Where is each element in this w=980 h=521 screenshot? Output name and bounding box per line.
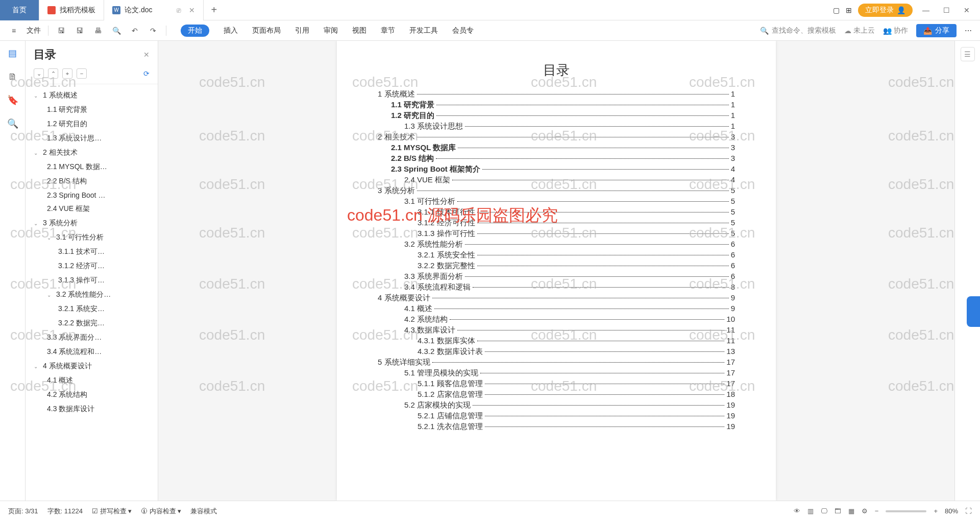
ribbon-tab-4[interactable]: 审阅 [324, 26, 338, 35]
toc-row[interactable]: 4 系统概要设计9 [378, 293, 735, 303]
window-close[interactable]: ✕ [960, 6, 974, 14]
command-search[interactable]: 🔍 查找命令、搜索模板 [760, 26, 836, 35]
tab-document[interactable]: W 论文.doc ⎚ ✕ [104, 0, 204, 20]
tree-item[interactable]: 1.2 研究目的 [26, 117, 158, 131]
right-rail-toggle[interactable]: ☰ [961, 47, 975, 61]
tab-templates[interactable]: 找稻壳模板 [39, 0, 104, 20]
file-menu[interactable]: 文件 [27, 26, 41, 35]
ribbon-tab-8[interactable]: 会员专 [452, 26, 474, 35]
zoom-in-button[interactable]: + [934, 507, 938, 515]
toc-row[interactable]: 4.3.1 数据库实体11 [378, 336, 735, 346]
toc-row[interactable]: 3.2.1 系统安全性6 [378, 250, 735, 260]
ribbon-tab-0[interactable]: 开始 [181, 25, 209, 37]
layout-mode-icon[interactable]: ▥ [807, 507, 814, 515]
zoom-slider[interactable] [886, 510, 926, 512]
web-layout-icon[interactable]: 🗔 [835, 507, 841, 515]
toc-row[interactable]: 2 相关技术3 [378, 132, 735, 142]
toc-row[interactable]: 3.1 可行性分析5 [378, 197, 735, 206]
page-indicator[interactable]: 页面: 3/31 [8, 507, 38, 516]
nav-tool-1[interactable]: ⌃ [48, 68, 58, 79]
tree-item[interactable]: 2.3 Spring Boot … [26, 188, 158, 202]
toc-row[interactable]: 5.1.1 顾客信息管理17 [378, 379, 735, 389]
tree-item[interactable]: 3.4 系统流程和… [26, 345, 158, 359]
more-icon[interactable]: ⋯ [965, 27, 972, 35]
nav-close-button[interactable]: ✕ [143, 51, 150, 59]
window-minimize[interactable]: — [919, 6, 933, 14]
ribbon-tab-3[interactable]: 引用 [295, 26, 309, 35]
toc-row[interactable]: 1 系统概述1 [378, 89, 735, 99]
cloud-status[interactable]: ☁ 未上云 [844, 26, 875, 35]
outline-icon[interactable]: ▤ [7, 47, 19, 59]
tree-item[interactable]: 2.4 VUE 框架 [26, 202, 158, 216]
toc-row[interactable]: 4.3.2 数据库设计表13 [378, 347, 735, 357]
zoom-level[interactable]: 80% [945, 507, 958, 515]
undo-icon[interactable]: ↶ [129, 25, 140, 36]
toc-row[interactable]: 1.1 研究背景1 [378, 100, 735, 110]
search-rail-icon[interactable]: 🔍 [7, 117, 19, 130]
ribbon-tab-2[interactable]: 页面布局 [252, 26, 281, 35]
toc-row[interactable]: 1.2 研究目的1 [378, 111, 735, 121]
toc-row[interactable]: 4.3.数据库设计11 [378, 325, 735, 335]
tree-item[interactable]: 4.2 系统结构 [26, 388, 158, 402]
tree-item[interactable]: 4.3 数据库设计 [26, 402, 158, 416]
settings-icon[interactable]: ⚙ [862, 507, 868, 515]
fit-icon[interactable]: ⛶ [965, 507, 972, 515]
ribbon-tab-7[interactable]: 开发工具 [409, 26, 438, 35]
toc-row[interactable]: 5.1.2 店家信息管理18 [378, 390, 735, 399]
tree-item[interactable]: ⌄1 系统概述 [26, 88, 158, 103]
toc-row[interactable]: 5.2 店家模块的实现19 [378, 400, 735, 410]
screencast-icon[interactable]: ⎚ [177, 6, 181, 14]
toc-row[interactable]: 3 系统分析5 [378, 186, 735, 196]
preview-icon[interactable]: 🔍 [111, 25, 122, 36]
feedback-tab[interactable] [967, 296, 980, 327]
toc-row[interactable]: 2.2 B/S 结构3 [378, 154, 735, 163]
share-button[interactable]: 📤 分享 [916, 24, 957, 37]
document-viewport[interactable]: 目录 1 系统概述11.1 研究背景11.2 研究目的11.3 系统设计思想12… [158, 41, 954, 501]
tree-item[interactable]: ⌄2 相关技术 [26, 146, 158, 160]
tree-item[interactable]: 2.2 B/S 结构 [26, 174, 158, 188]
toc-row[interactable]: 2.4 VUE 框架4 [378, 175, 735, 185]
outline-mode-icon[interactable]: ▦ [848, 507, 854, 515]
page-icon[interactable]: 🗎 [7, 70, 19, 83]
toc-row[interactable]: 4.1 概述9 [378, 304, 735, 314]
toc-row[interactable]: 5.1 管理员模块的实现17 [378, 368, 735, 378]
toc-row[interactable]: 3.2 系统性能分析6 [378, 240, 735, 249]
saveas-icon[interactable]: 🖫 [74, 25, 85, 36]
print-icon[interactable]: 🖶 [92, 25, 104, 36]
zoom-out-button[interactable]: − [875, 507, 879, 515]
toc-row[interactable]: 3.1.2 经济可行性5 [378, 218, 735, 228]
tree-item[interactable]: ⌄3.2 系统性能分… [26, 288, 158, 302]
read-mode-icon[interactable]: 👁 [794, 507, 800, 515]
ribbon-tab-5[interactable]: 视图 [352, 26, 366, 35]
tree-item[interactable]: 3.3 系统界面分… [26, 330, 158, 345]
ribbon-tab-1[interactable]: 插入 [224, 26, 238, 35]
toc-row[interactable]: 3.4 系统流程和逻辑8 [378, 282, 735, 292]
tree-item[interactable]: 4.1 概述 [26, 373, 158, 388]
toc-row[interactable]: 3.1.1 技术可行性5 [378, 207, 735, 217]
apps-icon[interactable]: ⊞ [846, 6, 852, 14]
tree-item[interactable]: 3.2.2 数据完… [26, 316, 158, 330]
toc-row[interactable]: 2.1 MYSQL 数据库3 [378, 143, 735, 153]
tree-item[interactable]: 3.2.1 系统安… [26, 302, 158, 316]
tab-close-button[interactable]: ✕ [189, 6, 195, 14]
save-icon[interactable]: 🖫 [56, 25, 67, 36]
tab-home[interactable]: 首页 [0, 0, 39, 20]
menu-icon[interactable]: ≡ [8, 25, 19, 36]
tree-item[interactable]: 3.1.3 操作可… [26, 273, 158, 288]
toc-row[interactable]: 5 系统详细实现17 [378, 358, 735, 367]
view-mode-icon[interactable]: 🖵 [821, 507, 827, 515]
tree-item[interactable]: 3.1.2 经济可… [26, 259, 158, 273]
tree-item[interactable]: 3.1.1 技术可… [26, 245, 158, 259]
content-check-toggle[interactable]: 🛈 内容检查 ▾ [141, 507, 181, 516]
bookmark-icon[interactable]: 🔖 [7, 94, 19, 106]
toc-row[interactable]: 5.2.1 店铺信息管理19 [378, 411, 735, 421]
tree-item[interactable]: ⌄4 系统概要设计 [26, 359, 158, 373]
window-maximize[interactable]: ☐ [939, 6, 953, 14]
tree-item[interactable]: ⌄3.1 可行性分析 [26, 230, 158, 245]
toc-row[interactable]: 2.3 Spring Boot 框架简介4 [378, 164, 735, 174]
toc-row[interactable]: 4.2 系统结构10 [378, 315, 735, 324]
tree-item[interactable]: 1.3 系统设计思… [26, 131, 158, 146]
toc-row[interactable]: 5.2.1 洗衣信息管理19 [378, 422, 735, 432]
toc-row[interactable]: 3.1.3 操作可行性5 [378, 229, 735, 239]
ribbon-tab-6[interactable]: 章节 [381, 26, 395, 35]
